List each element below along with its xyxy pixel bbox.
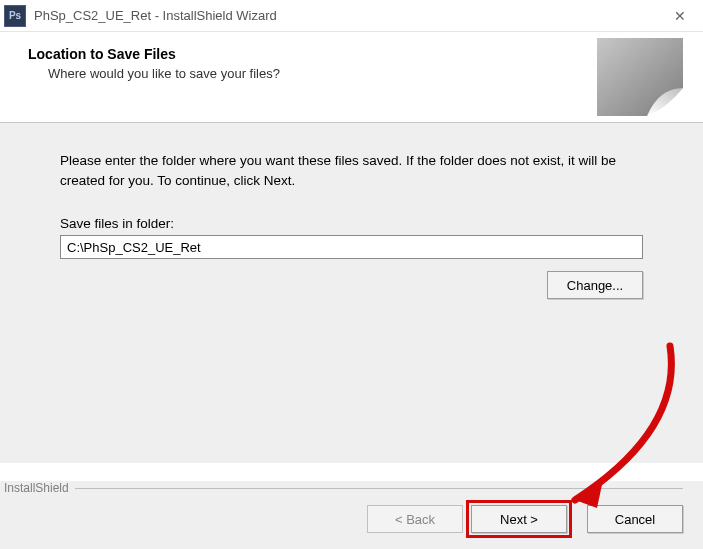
change-button[interactable]: Change... (547, 271, 643, 299)
cancel-button[interactable]: Cancel (587, 505, 683, 533)
next-button[interactable]: Next > (471, 505, 567, 533)
wizard-header: Location to Save Files Where would you l… (0, 32, 703, 122)
installshield-brand: InstallShield (4, 481, 69, 495)
footer-divider (75, 488, 683, 489)
folder-field-label: Save files in folder: (60, 216, 643, 231)
app-icon: Ps (4, 5, 26, 27)
wizard-content: Please enter the folder where you want t… (0, 123, 703, 463)
folder-input[interactable] (60, 235, 643, 259)
wizard-footer: InstallShield < Back Next > Cancel (0, 481, 703, 549)
close-icon[interactable]: ✕ (657, 0, 703, 32)
instruction-text: Please enter the folder where you want t… (60, 151, 643, 190)
svg-marker-0 (597, 38, 683, 116)
back-button: < Back (367, 505, 463, 533)
window-titlebar: Ps PhSp_CS2_UE_Ret - InstallShield Wizar… (0, 0, 703, 32)
page-curl-icon (597, 38, 683, 116)
window-title: PhSp_CS2_UE_Ret - InstallShield Wizard (34, 8, 657, 23)
